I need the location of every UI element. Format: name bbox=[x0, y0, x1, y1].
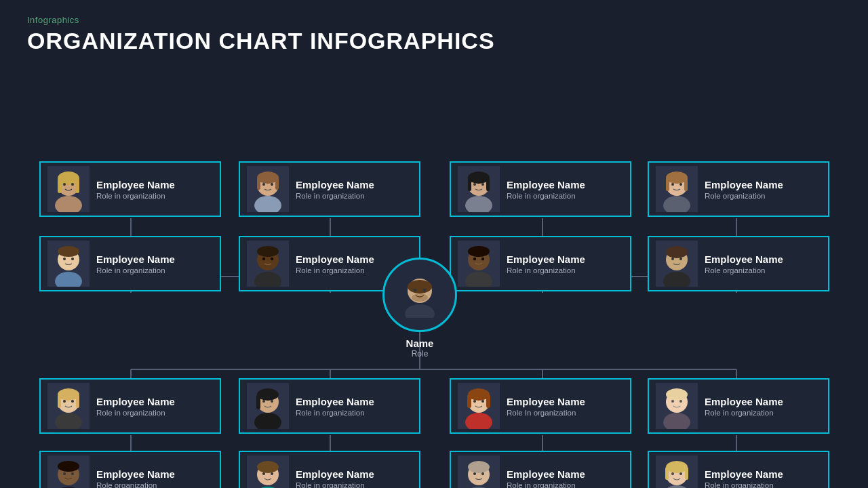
svg-rect-118 bbox=[486, 394, 490, 408]
avatar-bot-c2-upper bbox=[458, 383, 500, 429]
card-bot-right-lower: Employee Name Role in organization bbox=[648, 451, 829, 488]
emp-info: Employee Name Role in organization bbox=[296, 468, 374, 488]
svg-rect-138 bbox=[685, 467, 688, 480]
svg-point-63 bbox=[473, 258, 476, 260]
svg-rect-56 bbox=[486, 178, 490, 191]
emp-info: Employee Name Role in organization bbox=[96, 395, 175, 417]
emp-name: Employee Name bbox=[296, 178, 374, 192]
svg-point-36 bbox=[71, 258, 74, 260]
svg-point-48 bbox=[257, 246, 279, 257]
avatar-top-c2-upper bbox=[458, 166, 500, 212]
emp-role: Role organization bbox=[96, 481, 175, 488]
svg-point-62 bbox=[468, 246, 490, 257]
svg-point-72 bbox=[679, 183, 682, 186]
card-top-c2-lower: Employee Name Role in organization bbox=[450, 236, 631, 291]
svg-point-125 bbox=[473, 472, 476, 475]
avatar-bot-right-upper bbox=[656, 383, 698, 429]
svg-point-98 bbox=[63, 472, 66, 475]
emp-info: Employee Name Role organization bbox=[705, 253, 783, 274]
svg-point-81 bbox=[408, 280, 432, 293]
svg-point-35 bbox=[63, 258, 66, 260]
card-bot-right-upper: Employee Name Role in organization bbox=[648, 378, 829, 434]
emp-role: Role in organization bbox=[507, 266, 585, 274]
avatar-top-c2-lower bbox=[458, 241, 500, 287]
svg-point-44 bbox=[271, 183, 273, 186]
emp-name: Employee Name bbox=[705, 178, 783, 192]
chart-container: Employee Name Role in organization E bbox=[0, 61, 868, 468]
center-node bbox=[382, 258, 457, 332]
avatar-bot-c1-upper bbox=[247, 383, 289, 429]
svg-point-130 bbox=[666, 388, 688, 401]
svg-rect-55 bbox=[468, 178, 471, 191]
emp-info: Employee Name Role organization bbox=[705, 178, 783, 200]
card-top-c2-upper: Employee Name Role in organization bbox=[450, 161, 631, 217]
svg-rect-104 bbox=[256, 394, 260, 409]
svg-point-64 bbox=[481, 258, 484, 260]
emp-role: Role organization bbox=[705, 266, 783, 274]
emp-name: Employee Name bbox=[507, 178, 585, 192]
svg-point-99 bbox=[71, 472, 74, 475]
svg-point-119 bbox=[473, 400, 476, 403]
svg-point-106 bbox=[271, 400, 273, 403]
svg-point-92 bbox=[63, 400, 66, 403]
emp-name: Employee Name bbox=[96, 468, 175, 481]
svg-point-30 bbox=[71, 183, 74, 186]
avatar-top-right-lower bbox=[656, 241, 698, 287]
emp-name: Employee Name bbox=[296, 468, 374, 481]
emp-role: Role in organization bbox=[296, 409, 374, 417]
svg-point-78 bbox=[679, 258, 682, 260]
svg-point-76 bbox=[666, 246, 688, 258]
svg-rect-117 bbox=[467, 394, 471, 408]
svg-point-111 bbox=[262, 472, 265, 475]
emp-name: Employee Name bbox=[296, 395, 374, 409]
card-top-left-lower: Employee Name Role in organization bbox=[39, 236, 221, 291]
avatar-bot-left-lower bbox=[47, 455, 90, 488]
svg-point-84 bbox=[423, 289, 427, 292]
svg-point-83 bbox=[414, 289, 417, 292]
svg-point-132 bbox=[679, 400, 682, 403]
card-bot-c2-upper: Employee Name Role In organization bbox=[450, 378, 631, 434]
emp-role: Role in organization bbox=[705, 409, 783, 417]
emp-role: Role in organization bbox=[705, 481, 783, 488]
emp-info: Employee Name Role in organization bbox=[296, 395, 374, 417]
card-bot-c1-lower: Employee Name Role in organization bbox=[239, 451, 420, 488]
emp-role: Role in organization bbox=[507, 192, 585, 200]
emp-info: Employee Name Role organization bbox=[96, 468, 175, 488]
emp-role: Role in organization bbox=[296, 481, 374, 488]
center-name: Name bbox=[382, 338, 457, 349]
svg-rect-41 bbox=[257, 178, 260, 190]
card-top-right-upper: Employee Name Role organization bbox=[648, 161, 829, 217]
avatar-bot-left-upper bbox=[47, 383, 90, 429]
svg-rect-27 bbox=[58, 178, 62, 193]
svg-rect-90 bbox=[58, 394, 61, 408]
emp-name: Employee Name bbox=[507, 253, 585, 266]
emp-name: Employee Name bbox=[96, 395, 175, 409]
svg-point-71 bbox=[671, 183, 674, 186]
emp-role: Role In organization bbox=[507, 409, 585, 417]
svg-rect-42 bbox=[275, 178, 279, 190]
header: Infographics ORGANIZATION CHART INFOGRAP… bbox=[0, 0, 868, 61]
svg-point-120 bbox=[481, 400, 484, 403]
emp-info: Employee Name Role in organization bbox=[507, 468, 585, 488]
avatar-top-c1-upper bbox=[247, 166, 289, 212]
card-top-right-lower: Employee Name Role organization bbox=[648, 236, 829, 291]
emp-role: Role in organization bbox=[96, 409, 175, 417]
svg-point-110 bbox=[257, 461, 279, 473]
infographics-label: Infographics bbox=[27, 15, 841, 25]
svg-point-82 bbox=[412, 293, 428, 302]
svg-point-126 bbox=[481, 472, 484, 475]
card-bot-left-lower: Employee Name Role organization bbox=[39, 451, 221, 488]
emp-role: Role organization bbox=[705, 192, 783, 200]
card-bot-c1-upper: Employee Name Role in organization bbox=[239, 378, 420, 434]
svg-point-105 bbox=[262, 400, 265, 403]
svg-point-140 bbox=[679, 472, 682, 475]
emp-info: Employee Name Role in organization bbox=[705, 395, 783, 417]
main-title: ORGANIZATION CHART INFOGRAPHICS bbox=[27, 28, 841, 54]
svg-point-57 bbox=[473, 183, 476, 186]
center-label: Name Role bbox=[382, 338, 457, 359]
svg-point-29 bbox=[63, 183, 66, 186]
avatar-top-left-lower bbox=[47, 241, 90, 287]
avatar-bot-right-lower bbox=[656, 455, 698, 488]
avatar-bot-c2-lower bbox=[458, 455, 500, 488]
svg-point-49 bbox=[262, 258, 265, 260]
